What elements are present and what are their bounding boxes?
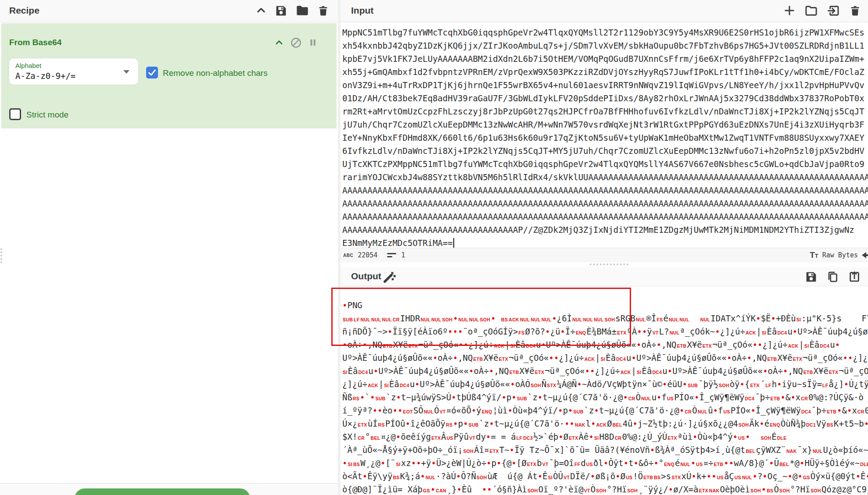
operation-actions bbox=[274, 36, 318, 50]
output-line: ò{@Ð@]¨Ï¿ìü= XáþGS•CAN¸}•Èû ••´ó§ñ}ÀìSOH… bbox=[342, 483, 868, 495]
input-line: jU7uh/Chqr7CzomUZlcXuEepDMMc13zNwWcAHR/M… bbox=[342, 118, 868, 131]
open-in-window-icon bbox=[848, 270, 861, 283]
input-line: MppNC51mTlbg7fuYWMcTcqhXbG0iqqsphGpeVr2w… bbox=[342, 26, 868, 39]
output-line: •SIBSW¸¿@•[¨SIxz••+ÿ•Ü>¿èW|Ú¿ò÷•p•{@•[ØE… bbox=[342, 456, 868, 470]
output-content: •PNGSUBLFNULNULNULCRIHDRNULNULSOH•NULNUL… bbox=[341, 286, 868, 495]
checkmark-icon bbox=[146, 67, 158, 78]
input-title: Input bbox=[351, 5, 373, 16]
plus-icon bbox=[783, 4, 796, 17]
trash-icon bbox=[317, 5, 329, 17]
output-line: •PNG bbox=[342, 299, 868, 312]
bake-bar bbox=[0, 483, 338, 495]
input-editor[interactable]: MppNC51mTlbg7fuYWMcTcqhXbG0iqqsphGpeVr2w… bbox=[341, 22, 868, 252]
recipe-header: Recipe bbox=[0, 0, 338, 22]
input-status-bar: ABC 22054 1 TT Raw Bytes bbox=[341, 248, 868, 262]
collapse-recipe-button[interactable] bbox=[255, 4, 267, 18]
open-output-new-window-button[interactable] bbox=[848, 270, 861, 284]
clear-input-button[interactable] bbox=[849, 4, 861, 18]
output-line: í_ºÿª?••èo••EOTSÔNULÓVT¤ó«õÕ•ýENQ¦ùì•Òù«… bbox=[342, 404, 868, 417]
input-counters: ABC 22054 1 bbox=[343, 248, 405, 262]
output-line: Uº>ÀÊ¯úuþ4¿ú§øÛõ««•oÀ÷•,NQETBX¥ëETX¬üª_ç… bbox=[342, 351, 868, 364]
pause-operation-button[interactable] bbox=[308, 36, 318, 50]
strict-mode-checkbox[interactable] bbox=[9, 108, 21, 120]
load-recipe-button[interactable] bbox=[295, 4, 309, 18]
input-line: AAAAAAAAAAAAAAAAAAAAAAAAAAAAAAAAAAAAAAAA… bbox=[342, 197, 868, 210]
magic-wand-icon[interactable] bbox=[382, 270, 396, 284]
output-panel: Output bbox=[341, 267, 868, 495]
recipe-title: Recipe bbox=[9, 5, 39, 16]
operation-from-base64[interactable]: From Base64 Alphabet A-Za-z0-9+/= bbox=[1, 23, 337, 128]
char-count-icon: ABC bbox=[343, 253, 353, 258]
recipe-header-actions bbox=[255, 4, 329, 18]
chevron-up-icon bbox=[274, 38, 284, 47]
add-input-tab-button[interactable] bbox=[783, 4, 796, 18]
trash-icon bbox=[849, 5, 861, 17]
open-file-button[interactable] bbox=[827, 4, 840, 18]
input-line: AAAAAAAAAAAAAAAAAAAAAAAAAAAAAAAAAAAAAAAA… bbox=[342, 184, 868, 197]
input-panel: Input bbox=[341, 0, 868, 262]
io-splitter-handle[interactable] bbox=[590, 264, 628, 265]
clear-recipe-button[interactable] bbox=[317, 4, 329, 18]
remove-non-alphabet-label: Remove non-alphabet chars bbox=[163, 68, 268, 78]
disable-operation-button[interactable] bbox=[290, 36, 302, 50]
char-count: 22054 bbox=[358, 251, 377, 259]
input-line: AAAAAAAAAAAAAAAAAAAAAAAAAAAAAAAAAAAP//Z@… bbox=[342, 223, 868, 236]
save-output-button[interactable] bbox=[805, 270, 818, 284]
pause-icon bbox=[308, 38, 318, 47]
output-title: Output bbox=[351, 271, 381, 281]
copy-output-button[interactable] bbox=[826, 270, 839, 284]
input-line: rarimYOJCWcxbJ4w88SYzttk8bVN5M6h5lRlIdRx… bbox=[342, 171, 868, 184]
input-header: Input bbox=[341, 0, 868, 22]
output-header-actions bbox=[805, 270, 861, 284]
operation-title: From Base64 bbox=[9, 38, 61, 47]
line-endings-arrow-icon[interactable] bbox=[862, 251, 868, 260]
input-line: xh54kxnbbJ42qbyZ1DzKjKQ6jjx/ZIrJKooAmbuL… bbox=[342, 39, 868, 52]
bake-button[interactable] bbox=[75, 488, 250, 495]
input-line: onV3Z9i+m+4uTrRxDP1TjKj6jhrnQe1F55wrBX65… bbox=[342, 78, 868, 92]
output-line: •oÀ÷•,NQETBX¥ëETX¬üª_çOó«••¿]¿ú÷ACK|SIÈâ… bbox=[342, 338, 868, 351]
output-header: Output bbox=[341, 267, 868, 286]
input-line: UjTcXKTCzPXMppNC51mTlbg7fuYWMcTcqhXbG0iq… bbox=[342, 157, 868, 171]
output-line: SIÈâDC4u•Uº>ÀÊ¯úuþ4¿ú§øÛõ««•oÀ÷•,NQETBX¥… bbox=[342, 364, 868, 377]
input-line: rm2Rt+aMrvtOmUzCcpzFhLzsczyj8rJbPzUpG0t2… bbox=[342, 105, 868, 118]
operations-panel-grip[interactable] bbox=[0, 248, 2, 263]
input-line: kpbE7vj5Vk1FK7JeLUyAAAAAAABM2idXdn2L6b7i… bbox=[342, 52, 868, 65]
output-line: ´Àª_ùÕ«~Å§ý+ÿ+Oõ÷þO÷_óï¡SOHÁî¤ETXT~•Ïÿ T… bbox=[342, 443, 868, 456]
chevron-up-icon bbox=[255, 5, 267, 16]
alphabet-select[interactable]: Alphabet A-Za-z0-9+/= bbox=[9, 58, 138, 85]
text-encoding-icon: TT bbox=[810, 250, 818, 260]
copy-icon bbox=[826, 271, 839, 283]
save-icon bbox=[275, 4, 287, 17]
chevron-down-icon bbox=[123, 70, 129, 74]
import-icon bbox=[827, 4, 840, 18]
open-folder-button[interactable] bbox=[804, 4, 818, 18]
input-line: AAAAAAAAAAAAAAAAAAAAAAAAAAAAAAAAAAAAAAAA… bbox=[342, 210, 868, 223]
line-count-icon bbox=[387, 252, 397, 259]
collapse-operation-button[interactable] bbox=[274, 36, 284, 50]
folder-icon bbox=[295, 4, 309, 18]
save-recipe-button[interactable] bbox=[275, 4, 287, 18]
circle-slash-icon bbox=[290, 37, 302, 49]
output-line: ¿]¿ú÷ACK|SIÈâDC4u•Uº>ÀÊ¯úuþ4¿ú§øÛõ««•oÀÓ… bbox=[342, 377, 868, 391]
folder-outline-icon bbox=[804, 4, 818, 18]
output-line: SUBLFNULNULNULCRIHDRNULNULSOH•NULNULSOH•… bbox=[342, 312, 868, 325]
text-cursor bbox=[453, 238, 454, 248]
output-line: Ú×¿ETXùÍRSPÍOû•î¿êOãÕÿRS•p•SUB`z•t~µ¿ú{@… bbox=[342, 417, 868, 430]
output-line: ò<Ãt•Êÿ\yÿBSK¾;á•NUL·?àÚ•Ô?ÑSOHùÆ ú{@ Át… bbox=[342, 470, 868, 483]
input-line: IeY+NnyKbxFfDHmd8XK/660lt6/6p1u63Hs6k60u… bbox=[342, 131, 868, 144]
alphabet-value: A-Za-z0-9+/= bbox=[15, 71, 75, 81]
encoding-selector[interactable]: Raw Bytes bbox=[822, 251, 858, 259]
input-encoding: TT Raw Bytes bbox=[810, 248, 868, 262]
alphabet-label: Alphabet bbox=[15, 62, 41, 69]
output-line: $X!CR°BEL¤¿@•õeêíýgETXÂUSPÿûVTdy•= = áLF… bbox=[342, 430, 868, 443]
remove-non-alphabet-checkbox[interactable] bbox=[146, 67, 158, 78]
line-count: 1 bbox=[401, 251, 405, 259]
output-line: ÑßRS•`•SUB`z•t~µ¾úwÿS>Ú•tþÚß4^ýï/•p•SUB`… bbox=[342, 391, 868, 404]
save-icon bbox=[805, 271, 818, 283]
input-header-actions bbox=[783, 4, 861, 18]
input-line: 01Dz/AH/Ct83bek7Eq8adHV39raGaU7F/3GbWLdI… bbox=[342, 92, 868, 105]
output-line: ñ¡ñDÕ}¯~>•Ïï§ÿ[éÀïo6º•••¨oª_çOóGÍÿ>FSØ?õ… bbox=[342, 325, 868, 338]
recipe-panel: Recipe bbox=[0, 0, 338, 495]
strict-mode-label: Strict mode bbox=[26, 110, 68, 120]
input-line: 6IvfkzLdlv/nDaWncTJi8Xj+IP2k2lYZNqjs5CqJ… bbox=[342, 144, 868, 157]
